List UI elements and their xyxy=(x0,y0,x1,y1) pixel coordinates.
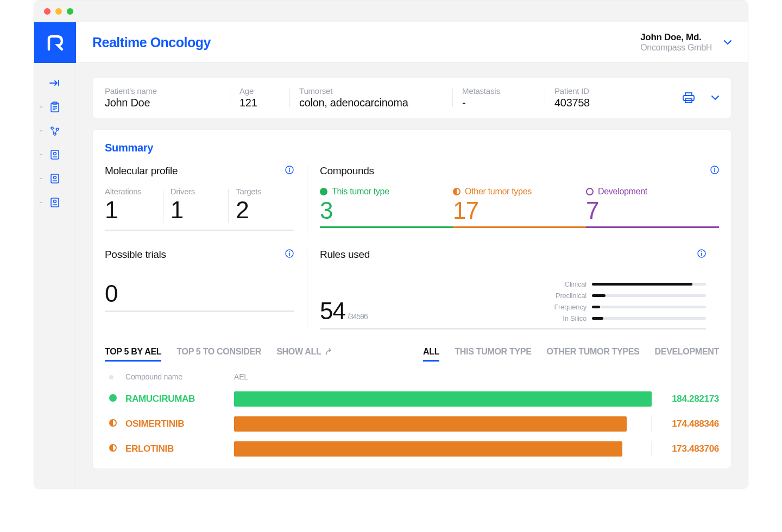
patient-id-label: Patient ID xyxy=(554,86,616,96)
this-tumor-label: This tumor type xyxy=(332,187,389,197)
rules-bar-chart: Clinical Preclinical Frequency In Silico xyxy=(543,280,706,325)
preclinical-label: Preclinical xyxy=(543,292,586,300)
app-logo[interactable] xyxy=(34,22,76,63)
summary-card: Summary Molecular profile A xyxy=(92,129,731,469)
table-row[interactable]: ERLOTINIB 173.483706 xyxy=(105,441,719,457)
dot-filled-icon xyxy=(109,394,117,402)
patient-age: 121 xyxy=(239,97,280,109)
tab-top5-consider[interactable]: TOP 5 TO CONSIDER xyxy=(176,347,261,361)
molecular-profile-title: Molecular profile xyxy=(105,165,178,177)
alterations-value: 1 xyxy=(105,197,163,223)
tumorset-label: Tumorset xyxy=(299,86,443,96)
network-icon xyxy=(50,126,60,136)
print-icon xyxy=(682,92,695,104)
dot-filled-icon xyxy=(320,188,327,195)
tab-show-all[interactable]: SHOW ALL xyxy=(276,347,334,361)
dot-empty-icon xyxy=(586,188,594,195)
sidebar-item-network[interactable] xyxy=(49,125,61,137)
svg-point-4 xyxy=(54,133,56,135)
ael-value: 184.282173 xyxy=(659,394,719,404)
collapse-icon xyxy=(49,80,60,86)
frequency-bar xyxy=(592,306,600,308)
table-row[interactable]: RAMUCIRUMAB 184.282173 xyxy=(105,391,719,407)
logo-icon xyxy=(46,33,65,53)
collapse-sidebar-button[interactable] xyxy=(49,77,61,89)
clipboard-icon xyxy=(50,102,60,112)
rules-used-info-button[interactable] xyxy=(697,249,706,260)
summary-title: Summary xyxy=(105,142,719,154)
svg-point-3 xyxy=(56,128,59,130)
other-tumor-value: 17 xyxy=(453,198,586,224)
app-window: Realtime Oncology John Doe, Md. Oncompas… xyxy=(34,0,748,489)
app-title: Realtime Oncology xyxy=(92,35,211,50)
info-icon xyxy=(285,249,294,258)
column-ael: AEL xyxy=(234,372,248,381)
user-org: Oncompass GmbH xyxy=(640,43,712,53)
print-button[interactable] xyxy=(682,92,695,104)
dot-half-icon xyxy=(453,188,461,195)
preclinical-bar xyxy=(592,294,606,297)
user-menu[interactable]: John Doe, Md. Oncompass GmbH xyxy=(640,32,731,53)
frequency-label: Frequency xyxy=(543,303,586,311)
sidebar-item-report-a[interactable] xyxy=(49,149,61,161)
patient-name-label: Patient's name xyxy=(105,86,220,96)
filter-development[interactable]: DEVELOPMENT xyxy=(655,347,720,361)
targets-value: 2 xyxy=(236,197,294,223)
compounds-title: Compounds xyxy=(320,165,374,177)
svg-point-17 xyxy=(714,168,715,169)
this-tumor-value: 3 xyxy=(320,198,453,224)
rules-value: 54 xyxy=(320,297,345,324)
dot-half-icon xyxy=(109,419,117,427)
ael-bar xyxy=(234,441,622,457)
sidebar-item-report-c[interactable] xyxy=(49,197,61,208)
development-label: Development xyxy=(598,187,647,197)
drivers-value: 1 xyxy=(171,197,229,223)
compound-name: ERLOTINIB xyxy=(125,444,234,454)
insilico-label: In Silico xyxy=(543,314,586,322)
report-icon xyxy=(50,149,60,160)
targets-label: Targets xyxy=(236,187,294,196)
possible-trials-value: 0 xyxy=(105,280,294,312)
rules-denom: /34596 xyxy=(348,312,368,321)
filter-all[interactable]: ALL xyxy=(423,347,439,361)
share-icon xyxy=(325,348,334,356)
sidebar-item-patients[interactable] xyxy=(49,101,61,113)
svg-point-21 xyxy=(701,251,702,252)
close-window-button[interactable] xyxy=(44,8,51,15)
compound-name: OSIMERTINIB xyxy=(125,419,234,429)
compound-name: RAMUCIRUMAB xyxy=(125,394,234,404)
sidebar xyxy=(34,22,76,488)
dot-half-icon xyxy=(109,444,117,452)
report-icon xyxy=(50,197,60,208)
expand-patient-button[interactable] xyxy=(711,96,719,100)
report-icon xyxy=(50,173,60,184)
svg-point-15 xyxy=(289,168,290,169)
filter-other-tumor[interactable]: OTHER TUMOR TYPES xyxy=(547,347,640,361)
chevron-down-icon xyxy=(711,96,719,100)
patient-name: John Doe xyxy=(105,97,220,109)
patient-id-value: 403758 xyxy=(554,97,616,109)
insilico-bar xyxy=(592,317,603,320)
sidebar-item-report-b[interactable] xyxy=(49,173,61,185)
compounds-info-button[interactable] xyxy=(710,166,719,176)
possible-trials-info-button[interactable] xyxy=(285,249,294,260)
patient-age-label: Age xyxy=(239,86,280,96)
svg-point-6 xyxy=(54,153,56,155)
rules-used-title: Rules used xyxy=(320,249,370,261)
possible-trials-title: Possible trials xyxy=(105,249,166,261)
top-bar: Realtime Oncology John Doe, Md. Oncompas… xyxy=(76,22,748,63)
column-compound-name: Compound name xyxy=(125,372,234,381)
filter-this-tumor[interactable]: THIS TUMOR TYPE xyxy=(455,347,531,361)
ael-bar xyxy=(234,391,652,407)
table-row[interactable]: OSIMERTINIB 174.488346 xyxy=(105,416,719,432)
tab-top5-ael[interactable]: TOP 5 BY AEL xyxy=(105,347,161,361)
minimize-window-button[interactable] xyxy=(55,8,62,15)
ael-bar xyxy=(234,416,627,432)
clinical-bar xyxy=(592,283,692,286)
svg-point-10 xyxy=(54,200,56,203)
maximize-window-button[interactable] xyxy=(67,8,73,15)
svg-point-19 xyxy=(289,251,290,252)
window-titlebar xyxy=(34,1,748,22)
metastasis-label: Metastasis xyxy=(462,86,535,96)
molecular-profile-info-button[interactable] xyxy=(285,166,294,176)
